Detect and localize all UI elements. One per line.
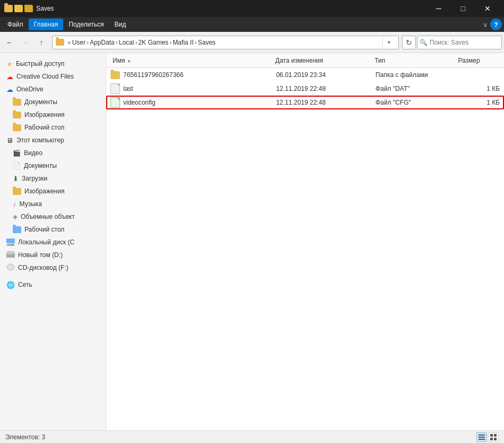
address-path: « User › AppData › Local › 2K Games › Ma… [66,39,378,46]
menu-item-share[interactable]: Поделиться [63,19,109,30]
download-icon: ⬇ [13,175,19,183]
window-title: Saves [36,5,54,12]
svg-rect-9 [479,437,485,438]
sidebar-label-cd: CD-дисковод (F:) [18,264,69,271]
3d-icon: ◈ [13,213,18,220]
onedrive-icon: ☁ [6,86,13,93]
sidebar-label-network: Сеть [18,281,32,288]
file-list: 76561197960267366 06.01.2019 23:34 Папка… [106,68,504,430]
cd-icon [6,263,15,272]
forward-button[interactable]: → [18,35,33,50]
view-icons [476,432,499,442]
sidebar-item-localdisk[interactable]: Локальный диск (С [0,236,106,249]
file-type-cell: Файл "CFG" [375,99,458,106]
sidebar-item-quickaccess[interactable]: ★ Быстрый доступ [0,57,106,70]
sidebar-item-documents2[interactable]: 📄 Документы [0,159,106,172]
music-icon: ♪ [13,200,16,208]
sort-arrow-name: ▲ [126,58,131,63]
col-header-size[interactable]: Размер [456,53,500,67]
maximize-icon: □ [461,4,465,13]
svg-point-7 [10,266,12,268]
path-local[interactable]: Local [119,39,134,46]
path-saves[interactable]: Saves [198,39,215,46]
sidebar-item-newvol[interactable]: Новый том (D:) [0,249,106,261]
menu-item-home[interactable]: Главная [29,19,64,30]
up-button[interactable]: ↑ [34,35,49,50]
back-button[interactable]: ← [2,35,17,50]
view-tiles-button[interactable] [488,432,499,442]
minimize-button[interactable]: ─ [426,0,451,17]
path-2kgames[interactable]: 2K Games [138,39,168,46]
file-name-cell: last [110,83,276,94]
column-header: Имя ▲ Дата изменения Тип Размер [106,53,504,68]
sidebar-item-desktop2[interactable]: Рабочий стол [0,223,106,236]
table-row[interactable]: 76561197960267366 06.01.2019 23:34 Папка… [106,68,504,82]
sidebar-label-downloads: Загрузки [22,175,47,182]
sidebar-item-music[interactable]: ♪ Музыка [0,198,106,210]
file-type-cell: Файл "DAT" [375,85,458,92]
title-bar-controls: ─ □ ✕ [426,0,500,17]
file-name-cell: videoconfig [110,97,276,108]
search-box[interactable]: 🔍 [417,36,502,49]
sidebar-item-creativecloud[interactable]: ☁ Creative Cloud Files [0,70,106,83]
help-button[interactable]: ? [490,19,502,30]
sidebar-item-images2[interactable]: Изображения [0,185,106,198]
col-header-date[interactable]: Дата изменения [273,53,372,67]
svg-rect-2 [12,244,13,245]
path-mafia[interactable]: Mafia II [173,39,193,46]
svg-rect-12 [494,434,497,437]
refresh-button[interactable]: ↻ [402,36,416,49]
path-user[interactable]: User [72,39,86,46]
menu-chevron[interactable]: ∨ [483,21,488,29]
file-name-cell: 76561197960267366 [110,71,276,79]
menu-item-file[interactable]: Файл [2,19,29,30]
file-size-cell: 1 КБ [458,85,500,92]
path-sep2: › [116,39,118,46]
sidebar-label-3d: Объемные объект [21,213,75,220]
table-row[interactable]: last 12.11.2019 22:48 Файл "DAT" 1 КБ [106,82,504,96]
col-size-label: Размер [458,57,480,64]
close-button[interactable]: ✕ [475,0,500,17]
sidebar-item-documents1[interactable]: Документы [0,96,106,108]
menu-item-view[interactable]: Вид [109,19,131,30]
path-sep3: › [135,39,137,46]
sidebar-item-video[interactable]: 🎬 Видео [0,147,106,159]
documents-icon: 📄 [13,162,21,169]
address-chevron[interactable]: ▾ [382,36,395,49]
status-text: Элементов: 3 [5,433,45,441]
network-icon: 🌐 [6,281,15,289]
file-size-cell: 1 КБ [458,99,500,106]
sidebar-item-3d[interactable]: ◈ Объемные объект [0,210,106,223]
sidebar-item-cd[interactable]: CD-дисковод (F:) [0,261,106,274]
folder-icon-desktop1 [13,124,21,131]
search-input[interactable] [430,39,493,46]
view-details-button[interactable] [476,432,487,442]
sidebar-label-localdisk: Локальный диск (С [18,238,74,246]
sidebar-item-onedrive[interactable]: ☁ OneDrive [0,83,106,96]
address-bar[interactable]: « User › AppData › Local › 2K Games › Ma… [52,36,399,49]
star-icon: ★ [6,60,13,68]
cloud-icon: ☁ [6,73,13,81]
sidebar-label-desktop2: Рабочий стол [24,226,64,233]
sidebar-item-thispc[interactable]: 🖥 Этот компьютер [0,134,106,147]
file-type-cell: Папка с файлами [375,71,458,79]
sidebar-label-images2: Изображения [24,188,64,195]
sidebar-item-downloads[interactable]: ⬇ Загрузки [0,172,106,185]
col-header-type[interactable]: Тип [372,53,456,67]
path-sep1: › [87,39,89,46]
col-header-name[interactable]: Имя ▲ [110,53,273,67]
localdisk-icon [6,238,15,246]
table-row-highlighted[interactable]: videoconfig 12.11.2019 22:48 Файл "CFG" … [106,96,504,109]
video-icon: 🎬 [13,149,21,157]
sidebar-item-desktop1[interactable]: Рабочий стол [0,121,106,134]
path-appdata[interactable]: AppData [90,39,115,46]
title-bar-left: Saves [4,5,54,12]
sidebar-label-creativecloud: Creative Cloud Files [16,73,74,80]
title-bar-icons [4,5,33,12]
title-folder-icon3 [24,5,33,12]
toolbar: ← → ↑ « User › AppData › Local › 2K Game… [0,32,504,53]
address-folder-icon [56,39,64,46]
sidebar-item-images1[interactable]: Изображения [0,108,106,121]
sidebar-item-network[interactable]: 🌐 Сеть [0,278,106,291]
maximize-button[interactable]: □ [451,0,475,17]
